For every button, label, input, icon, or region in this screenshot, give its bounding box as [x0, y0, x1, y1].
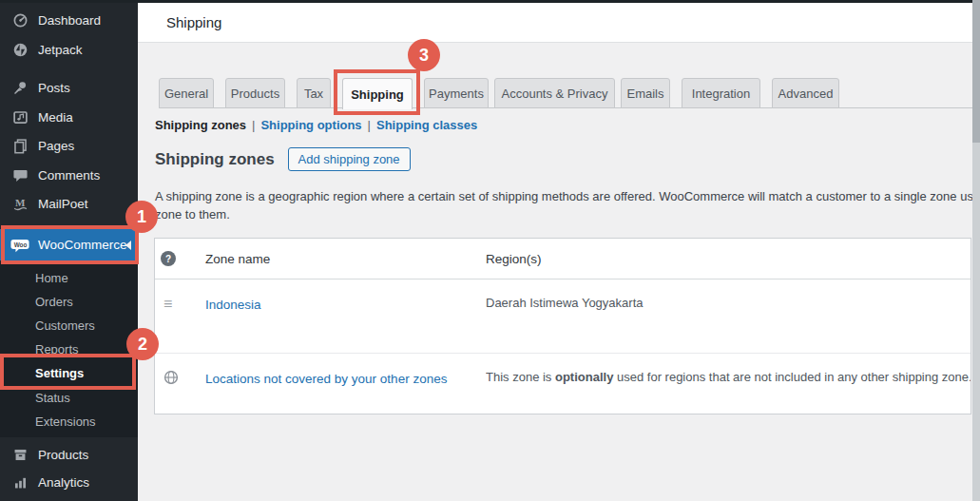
table-row-indonesia: ≡ Indonesia Daerah Istimewa Yogyakarta	[155, 279, 970, 354]
sidebar-item-comments[interactable]: Comments	[0, 163, 138, 188]
sidebar-item-label: Dashboard	[38, 13, 101, 28]
tab-tax[interactable]: Tax	[297, 78, 331, 108]
zone-link-locations-not-covered[interactable]: Locations not covered by your other zone…	[205, 372, 447, 386]
submenu-item-home[interactable]: Home	[0, 266, 138, 290]
woocommerce-icon: Woo	[10, 237, 29, 254]
tab-shipping[interactable]: Shipping	[342, 78, 413, 109]
description-line-1: A shipping zone is a geographic region w…	[155, 187, 980, 205]
tab-emails[interactable]: Emails	[621, 78, 670, 108]
vertical-scrollbar[interactable]	[972, 0, 980, 501]
tab-accounts-privacy[interactable]: Accounts & Privacy	[494, 78, 615, 108]
annotation-step-2-badge: 2	[126, 328, 159, 360]
description-line-2: zone to them.	[155, 205, 980, 223]
sidebar-item-label: Media	[38, 110, 73, 125]
sidebar-item-products[interactable]: Products	[0, 442, 138, 468]
column-header-regions: Region(s)	[486, 252, 970, 266]
comment-bubble-icon	[10, 167, 29, 184]
bar-chart-icon	[10, 474, 29, 491]
sidebar-item-label: Posts	[38, 81, 70, 95]
sidebar-item-label: Products	[38, 448, 88, 462]
pages-icon	[10, 138, 29, 155]
sidebar-item-mailpoet[interactable]: M MailPoet	[0, 191, 138, 217]
drag-handle-icon[interactable]: ≡	[163, 299, 172, 310]
submenu-item-settings[interactable]: Settings	[0, 361, 138, 385]
page-header: Shipping	[138, 3, 972, 43]
admin-top-bar	[0, 0, 980, 3]
shipping-zones-table: ? Zone name Region(s) ≡ Indonesia Daerah…	[154, 238, 971, 414]
help-icon[interactable]: ?	[161, 251, 176, 266]
dashboard-icon	[10, 12, 29, 29]
shipping-subnav: Shipping zones | Shipping options | Ship…	[155, 118, 477, 132]
submenu-item-customers[interactable]: Customers	[0, 314, 138, 337]
sidebar-item-label: MailPoet	[38, 197, 88, 211]
sidebar-item-pages[interactable]: Pages	[0, 133, 138, 159]
svg-text:Woo: Woo	[14, 241, 28, 247]
sidebar-item-label: WooCommerce	[38, 238, 127, 252]
subnav-separator: |	[252, 118, 255, 132]
subnav-current-shipping-zones[interactable]: Shipping zones	[155, 118, 246, 132]
submenu-item-extensions[interactable]: Extensions	[0, 410, 138, 434]
svg-text:M: M	[15, 197, 26, 208]
pushpin-icon	[10, 80, 29, 97]
tab-general[interactable]: General	[159, 78, 214, 108]
column-header-zone-name: Zone name	[205, 252, 486, 266]
woocommerce-shipping-settings-page: Dashboard Jetpack Posts Media Pages	[0, 0, 980, 501]
section-heading: Shipping zones	[155, 150, 275, 169]
tab-payments[interactable]: Payments	[424, 78, 489, 108]
scrollbar-thumb[interactable]	[972, 0, 980, 143]
zone-regions: Daerah Istimewa Yogyakarta	[486, 279, 970, 353]
shipping-zones-description: A shipping zone is a geographic region w…	[155, 187, 980, 223]
zone-regions: This zone is optionally used for regions…	[486, 354, 970, 412]
submenu-item-status[interactable]: Status	[0, 386, 138, 410]
sidebar-item-jetpack[interactable]: Jetpack	[0, 37, 138, 63]
sidebar-item-label: Comments	[38, 168, 100, 183]
shipping-zones-heading-row: Shipping zones Add shipping zone	[155, 147, 411, 171]
globe-icon	[163, 372, 179, 388]
table-row-locations-not-covered: Locations not covered by your other zone…	[155, 354, 970, 412]
subnav-link-shipping-options[interactable]: Shipping options	[260, 118, 361, 132]
page-title: Shipping	[138, 3, 972, 42]
zone-link-indonesia[interactable]: Indonesia	[205, 298, 261, 312]
tab-integration[interactable]: Integration	[682, 78, 760, 108]
annotation-step-3-badge: 3	[408, 39, 440, 71]
submenu-item-reports[interactable]: Reports	[0, 337, 138, 361]
admin-sidebar: Dashboard Jetpack Posts Media Pages	[0, 0, 138, 501]
sidebar-item-analytics[interactable]: Analytics	[0, 470, 138, 495]
sidebar-item-label: Jetpack	[38, 43, 83, 57]
sidebar-item-posts[interactable]: Posts	[0, 75, 138, 101]
tab-advanced[interactable]: Advanced	[772, 78, 839, 108]
products-box-icon	[10, 447, 29, 464]
mailpoet-icon: M	[10, 196, 29, 213]
sidebar-item-dashboard[interactable]: Dashboard	[0, 8, 138, 33]
media-icon	[10, 109, 29, 126]
subnav-separator: |	[368, 118, 371, 132]
tab-products[interactable]: Products	[225, 78, 285, 108]
jetpack-icon	[10, 42, 29, 59]
sidebar-item-label: Analytics	[38, 475, 89, 490]
submenu-arrow-icon	[125, 241, 131, 250]
woocommerce-submenu: Home Orders Customers Reports Settings S…	[0, 262, 138, 437]
sidebar-item-label: Pages	[38, 139, 74, 153]
sidebar-item-woocommerce[interactable]: Woo WooCommerce	[0, 229, 138, 260]
submenu-item-orders[interactable]: Orders	[0, 290, 138, 314]
subnav-link-shipping-classes[interactable]: Shipping classes	[376, 118, 477, 132]
sidebar-item-media[interactable]: Media	[0, 105, 138, 130]
annotation-step-1-badge: 1	[125, 201, 158, 233]
table-header-row: ? Zone name Region(s)	[155, 239, 970, 279]
add-shipping-zone-button[interactable]: Add shipping zone	[288, 147, 411, 171]
